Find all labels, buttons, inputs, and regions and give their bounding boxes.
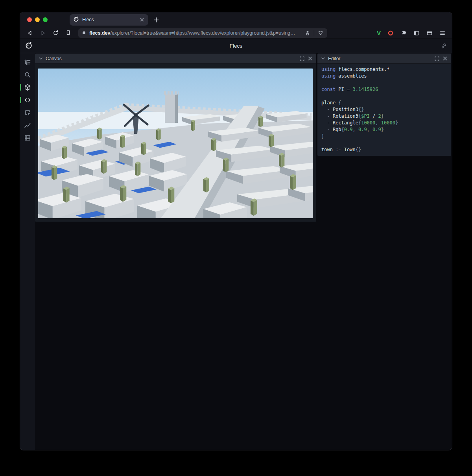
permalink-icon[interactable] bbox=[441, 43, 447, 49]
extension-v-icon[interactable]: V bbox=[376, 29, 382, 37]
app-header: Flecs bbox=[20, 39, 452, 53]
canvas-panel: Canvas bbox=[35, 54, 316, 222]
tab-bar: Flecs bbox=[20, 12, 452, 27]
puzzle-extension-icon[interactable] bbox=[400, 29, 407, 37]
code-line[interactable]: - Rectangle{10000, 10000} bbox=[321, 120, 447, 126]
chevron-down-icon[interactable] bbox=[39, 57, 43, 60]
page-title: Flecs bbox=[20, 43, 452, 49]
zoom-window-button[interactable] bbox=[43, 17, 48, 22]
navigation-bar: flecs.dev/explorer/?local=true&wasm=http… bbox=[20, 27, 452, 39]
close-icon[interactable] bbox=[442, 56, 448, 61]
editor-panel: Editor using flecs.components.*using ass… bbox=[317, 54, 451, 156]
ring-extension-icon[interactable] bbox=[387, 29, 395, 37]
code-line[interactable] bbox=[321, 140, 447, 146]
code-line[interactable]: - Position3{} bbox=[321, 106, 447, 113]
close-window-button[interactable] bbox=[27, 17, 32, 22]
sidebar-item-outline-tree[interactable] bbox=[20, 56, 35, 68]
extension-v-glyph: V bbox=[377, 30, 381, 36]
sidebar-item-code-editor[interactable] bbox=[20, 94, 35, 106]
browser-window: Flecs bbox=[20, 12, 452, 450]
url-text[interactable]: flecs.dev/explorer/?local=true&wasm=http… bbox=[89, 30, 301, 36]
flecs-favicon-icon bbox=[73, 16, 79, 24]
tab-title: Flecs bbox=[82, 17, 136, 22]
new-tab-button[interactable] bbox=[153, 17, 160, 23]
toolbar-extensions: V bbox=[376, 29, 446, 37]
sidebar-item-search[interactable] bbox=[20, 69, 35, 81]
sidebar-item-entities-cube[interactable] bbox=[20, 81, 35, 93]
app-body: Canvas bbox=[20, 53, 452, 450]
url-path: /explorer/?local=true&wasm=https://www.f… bbox=[111, 30, 295, 36]
code-line[interactable]: - Rotation3{$PI / 2} bbox=[321, 113, 447, 120]
menu-icon[interactable] bbox=[439, 29, 446, 37]
close-icon[interactable] bbox=[308, 56, 313, 61]
panel-area: Canvas bbox=[35, 53, 452, 450]
expand-icon[interactable] bbox=[299, 56, 305, 61]
card-icon[interactable] bbox=[426, 29, 433, 37]
editor-panel-title: Editor bbox=[328, 56, 431, 61]
url-domain: flecs.dev bbox=[89, 30, 111, 36]
forward-button[interactable] bbox=[39, 29, 47, 37]
sidebar-item-statistics[interactable] bbox=[20, 119, 35, 131]
expand-icon[interactable] bbox=[434, 56, 440, 61]
canvas-panel-title: Canvas bbox=[46, 56, 297, 61]
window-controls bbox=[27, 17, 48, 22]
browser-tab-flecs[interactable]: Flecs bbox=[70, 14, 148, 26]
code-line[interactable]: town :- Town{} bbox=[321, 146, 447, 153]
shield-icon[interactable] bbox=[317, 30, 324, 37]
reload-button[interactable] bbox=[52, 29, 60, 37]
desktop-background: Flecs bbox=[0, 0, 472, 476]
lock-icon bbox=[81, 30, 87, 37]
canvas-3d-scene[interactable] bbox=[38, 69, 313, 218]
code-line[interactable]: } bbox=[321, 133, 447, 140]
code-line[interactable] bbox=[321, 80, 447, 86]
flecs-explorer-page: Flecs bbox=[20, 39, 452, 450]
sidebar-item-tables[interactable] bbox=[20, 132, 35, 144]
sidebar-toggle-icon[interactable] bbox=[413, 29, 420, 37]
code-line[interactable] bbox=[321, 93, 447, 100]
sidebar-item-inspect[interactable] bbox=[20, 107, 35, 119]
canvas-panel-body bbox=[35, 64, 316, 222]
code-editor-content[interactable]: using flecs.components.*using assemblies… bbox=[317, 64, 451, 156]
sidebar-rail bbox=[20, 53, 35, 450]
code-line[interactable]: const PI = 3.1415926 bbox=[321, 86, 447, 93]
share-icon[interactable] bbox=[304, 30, 311, 37]
bookmark-flag-icon[interactable] bbox=[64, 29, 72, 37]
active-indicator bbox=[20, 97, 21, 103]
code-line[interactable]: - Rgb{0.9, 0.9, 0.9} bbox=[321, 126, 447, 133]
editor-panel-header: Editor bbox=[317, 54, 451, 64]
url-bar[interactable]: flecs.dev/explorer/?local=true&wasm=http… bbox=[78, 28, 327, 38]
code-line[interactable]: using flecs.components.* bbox=[321, 66, 447, 73]
url-divider bbox=[314, 30, 314, 36]
flecs-logo-icon bbox=[25, 41, 33, 51]
minimize-window-button[interactable] bbox=[35, 17, 40, 22]
chevron-down-icon[interactable] bbox=[321, 57, 325, 60]
active-indicator bbox=[20, 84, 21, 91]
tab-close-icon[interactable] bbox=[139, 17, 145, 22]
canvas-panel-header: Canvas bbox=[35, 54, 316, 64]
code-line[interactable]: using assemblies bbox=[321, 73, 447, 80]
back-button[interactable] bbox=[26, 29, 34, 37]
code-line[interactable]: plane { bbox=[321, 100, 447, 106]
